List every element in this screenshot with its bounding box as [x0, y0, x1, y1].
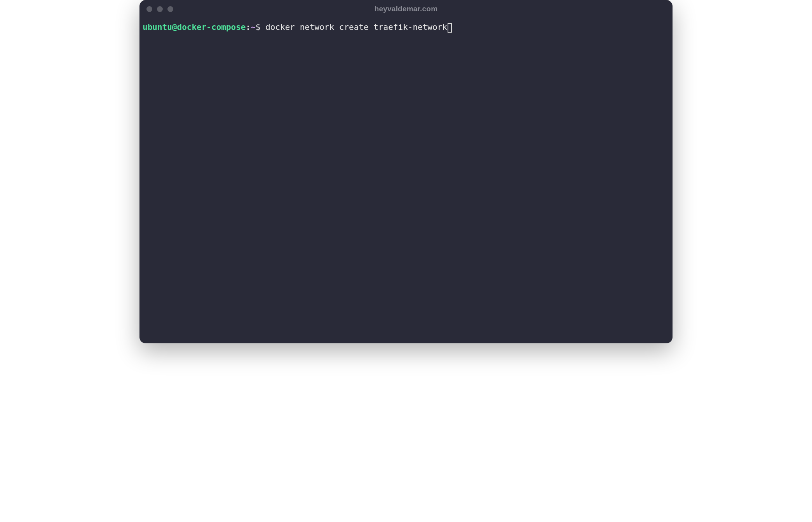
maximize-button[interactable] — [167, 6, 173, 12]
terminal-body[interactable]: ubuntu@docker-compose:~$ docker network … — [139, 18, 673, 343]
command-text: docker network create traefik-network — [265, 22, 447, 33]
traffic-lights — [146, 6, 173, 12]
minimize-button[interactable] — [157, 6, 163, 12]
titlebar: heyvaldemar.com — [139, 0, 673, 18]
cursor-icon — [448, 23, 452, 33]
terminal-window: heyvaldemar.com ubuntu@docker-compose:~$… — [139, 0, 673, 343]
prompt-user-host: ubuntu@docker-compose — [143, 22, 246, 33]
window-title: heyvaldemar.com — [375, 5, 437, 13]
prompt-colon: : — [246, 22, 251, 33]
close-button[interactable] — [146, 6, 152, 12]
prompt-line: ubuntu@docker-compose:~$ docker network … — [143, 22, 669, 33]
prompt-path: ~ — [251, 22, 256, 33]
prompt-symbol: $ — [256, 22, 265, 33]
